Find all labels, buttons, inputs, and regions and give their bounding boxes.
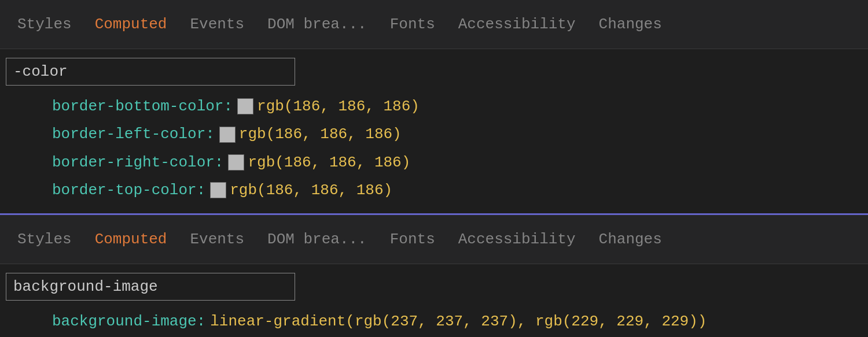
tab-computed-1[interactable]: Computed	[83, 0, 179, 49]
tab-dom-breakpoints-2[interactable]: DOM brea...	[256, 215, 378, 264]
filter-input-2[interactable]	[6, 273, 295, 301]
tab-styles-2[interactable]: Styles	[6, 215, 83, 264]
tab-styles-1[interactable]: Styles	[6, 0, 83, 49]
tab-fonts-2[interactable]: Fonts	[378, 215, 447, 264]
property-row-border-top-color: border-top-color: rgb(186, 186, 186)	[6, 176, 862, 204]
tab-accessibility-1[interactable]: Accessibility	[447, 0, 587, 49]
prop-name-border-left-color: border-left-color:	[52, 124, 215, 145]
tab-changes-2[interactable]: Changes	[587, 215, 674, 264]
color-swatch-border-left-color[interactable]	[219, 127, 236, 143]
color-swatch-border-bottom-color[interactable]	[237, 98, 253, 114]
color-swatch-border-top-color[interactable]	[210, 182, 226, 198]
panel-1: Styles Computed Events DOM brea... Fonts…	[0, 0, 868, 213]
tab-fonts-1[interactable]: Fonts	[378, 0, 447, 49]
panel-2: Styles Computed Events DOM brea... Fonts…	[0, 215, 868, 337]
prop-name-border-top-color: border-top-color:	[52, 180, 205, 201]
prop-name-border-right-color: border-right-color:	[52, 152, 223, 173]
prop-name-background-image: background-image:	[52, 311, 205, 332]
prop-value-border-right-color: rgb(186, 186, 186)	[248, 152, 410, 173]
prop-value-border-left-color: rgb(186, 186, 186)	[239, 124, 402, 145]
tab-bar-1: Styles Computed Events DOM brea... Fonts…	[0, 0, 868, 49]
tab-events-1[interactable]: Events	[178, 0, 256, 49]
prop-value-border-top-color: rgb(186, 186, 186)	[230, 180, 392, 201]
content-2: background-image: linear-gradient(rgb(23…	[0, 264, 868, 337]
prop-value-background-image: linear-gradient(rgb(237, 237, 237), rgb(…	[210, 311, 707, 332]
color-swatch-border-right-color[interactable]	[228, 154, 244, 171]
tab-bar-2: Styles Computed Events DOM brea... Fonts…	[0, 215, 868, 264]
property-row-border-bottom-color: border-bottom-color: rgb(186, 186, 186)	[6, 92, 862, 120]
property-row-border-right-color: border-right-color: rgb(186, 186, 186)	[6, 149, 862, 176]
tab-accessibility-2[interactable]: Accessibility	[447, 215, 587, 264]
prop-name-border-bottom-color: border-bottom-color:	[52, 96, 233, 117]
tab-computed-2[interactable]: Computed	[83, 215, 179, 264]
prop-value-border-bottom-color: rgb(186, 186, 186)	[257, 96, 420, 117]
filter-input-1[interactable]	[6, 58, 295, 86]
property-row-background-image: background-image: linear-gradient(rgb(23…	[6, 308, 862, 335]
tab-dom-breakpoints-1[interactable]: DOM brea...	[256, 0, 378, 49]
tab-changes-1[interactable]: Changes	[587, 0, 674, 49]
property-row-border-left-color: border-left-color: rgb(186, 186, 186)	[6, 120, 862, 148]
tab-events-2[interactable]: Events	[178, 215, 256, 264]
content-1: border-bottom-color: rgb(186, 186, 186) …	[0, 49, 868, 213]
